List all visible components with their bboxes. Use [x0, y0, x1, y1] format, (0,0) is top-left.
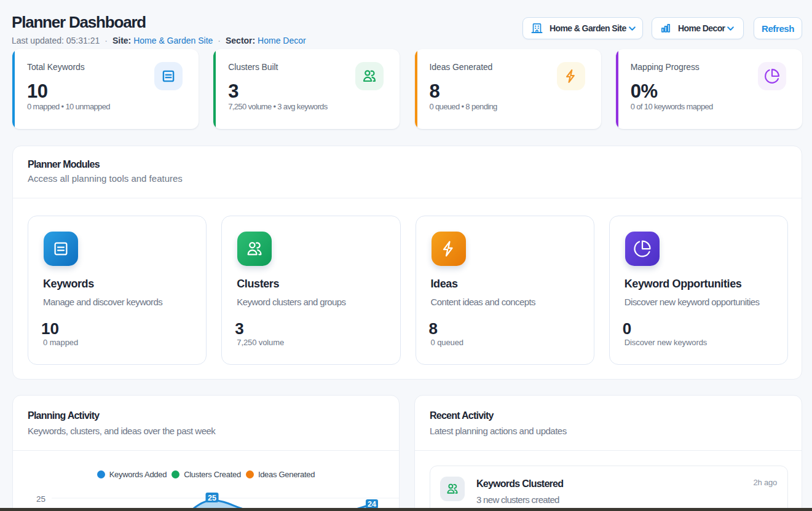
- svg-text:25: 25: [208, 494, 216, 502]
- svg-text:25: 25: [36, 494, 45, 504]
- svg-text:24: 24: [368, 500, 376, 509]
